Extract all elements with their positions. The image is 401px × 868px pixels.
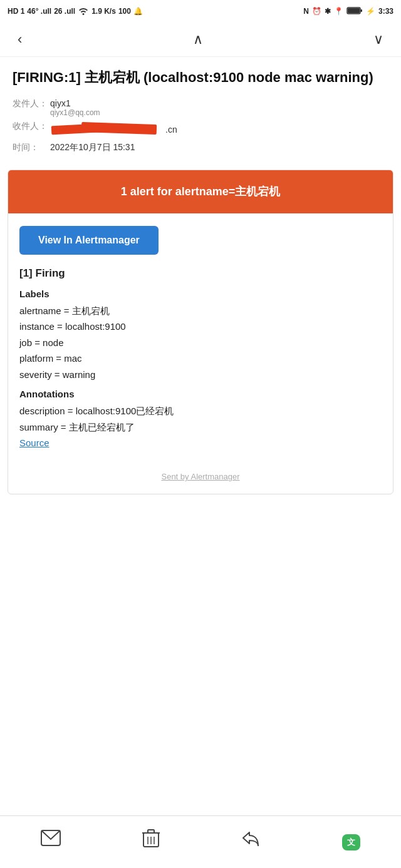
status-time: 3:33 (378, 7, 393, 16)
back-button[interactable]: ‹ (13, 29, 27, 50)
label-platform: platform = mac (19, 350, 382, 367)
view-in-alertmanager-button[interactable]: View In Alertmanager (19, 226, 159, 255)
label-severity: severity = warning (19, 367, 382, 383)
annotation-description: description = localhost:9100已经宕机 (19, 403, 382, 419)
status-charging: ⚡ (366, 7, 375, 16)
email-subject: [FIRING:1] 主机宕机 (localhost:9100 node mac… (13, 68, 388, 87)
label-job: job = node (19, 335, 382, 351)
bottom-nav: 文 (0, 815, 401, 868)
up-button[interactable]: ∧ (188, 29, 208, 50)
recipient-label: 收件人： (13, 121, 50, 132)
status-bar-left: HD 1 46° .ull 26 .ull 1.9 K/s 100 🔔 (8, 6, 143, 17)
trash-icon[interactable] (136, 825, 166, 855)
annotations-section-title: Annotations (19, 389, 382, 399)
status-bell: 🔔 (133, 7, 143, 16)
status-alarm: ⏰ (312, 7, 321, 16)
status-location: 📍 (334, 7, 343, 16)
status-speed: 1.9 K/s (91, 7, 116, 16)
time-row: 时间： 2022年10月7日 15:31 (13, 142, 388, 153)
label-instance: instance = localhost:9100 (19, 319, 382, 335)
email-header: [FIRING:1] 主机宕机 (localhost:9100 node mac… (0, 57, 401, 160)
svg-rect-4 (81, 122, 157, 135)
status-bar-right: N ⏰ ✱ 📍 ⚡ 3:33 (303, 6, 393, 17)
down-button[interactable]: ∨ (368, 29, 388, 50)
status-nfc: N (303, 7, 309, 16)
reply-icon[interactable] (236, 826, 267, 854)
svg-rect-2 (348, 8, 360, 13)
annotation-summary: summary = 主机已经宕机了 (19, 419, 382, 436)
translate-icon[interactable]: 文 (336, 826, 367, 854)
recipient-value: .cn (50, 121, 177, 138)
status-signal2: 26 .ull (54, 7, 75, 16)
sender-info: qiyx1 qiyx1@qq.com (50, 98, 100, 117)
firing-title: [1] Firing (19, 267, 382, 280)
status-battery-full: 100 (118, 7, 131, 16)
svg-rect-8 (148, 830, 154, 833)
mail-icon[interactable] (34, 826, 67, 854)
email-meta: 发件人： qiyx1 qiyx1@qq.com 隐藏 收件人： (13, 98, 388, 153)
time-label: 时间： (13, 142, 50, 153)
status-hd: HD 1 (8, 7, 24, 16)
sender-name: qiyx1 (50, 98, 100, 108)
email-body: 1 alert for alertname=主机宕机 View In Alert… (8, 170, 393, 495)
time-value: 2022年10月7日 15:31 (50, 142, 135, 153)
recipient-row: 收件人： .cn (13, 121, 388, 138)
translate-label: 文 (347, 837, 355, 848)
status-bar: HD 1 46° .ull 26 .ull 1.9 K/s 100 🔔 N ⏰ … (0, 0, 401, 23)
status-bluetooth: ✱ (325, 7, 331, 16)
alert-banner-text: 1 alert for alertname=主机宕机 (121, 185, 281, 198)
alert-content: View In Alertmanager [1] Firing Labels a… (8, 213, 393, 460)
label-alertname: alertname = 主机宕机 (19, 303, 382, 319)
svg-rect-1 (360, 9, 362, 12)
nav-bar: ‹ ∧ ∨ (0, 23, 401, 57)
status-wifi (78, 6, 89, 17)
footer-text: Sent by Alertmanager (161, 472, 239, 481)
recipient-suffix: .cn (165, 125, 177, 135)
source-link[interactable]: Source (19, 437, 49, 448)
sender-row: 发件人： qiyx1 qiyx1@qq.com 隐藏 (13, 98, 388, 117)
status-battery (346, 6, 363, 17)
sender-label: 发件人： (13, 98, 50, 110)
labels-section-title: Labels (19, 288, 382, 299)
email-footer: Sent by Alertmanager (8, 459, 393, 494)
spacer (0, 504, 401, 815)
sender-email: qiyx1@qq.com (50, 108, 100, 117)
status-signal: 46° .ull (27, 7, 51, 16)
redacted-recipient (50, 121, 163, 138)
alert-banner: 1 alert for alertname=主机宕机 (8, 170, 393, 213)
